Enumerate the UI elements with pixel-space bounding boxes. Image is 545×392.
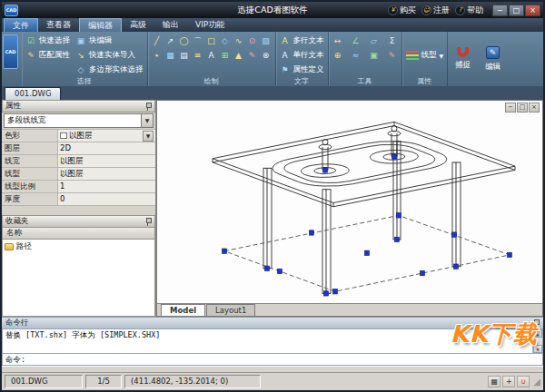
property-row-linetype: 线型 以图层	[2, 168, 155, 181]
measure-distance-icon[interactable]: ↔	[332, 36, 343, 45]
grid-toggle-icon[interactable]: ▦	[488, 376, 500, 387]
close-button[interactable]: ×	[525, 5, 540, 16]
region-tool-icon[interactable]: ▣	[369, 51, 380, 60]
command-history[interactable]: 替换 [TXT.shx] 字体为 [SIMPLEX.SHX] ▲ ▼	[2, 328, 543, 354]
command-input[interactable]: 命令:	[2, 354, 543, 366]
pin-icon[interactable]	[144, 103, 152, 111]
draw-grid-icon[interactable]: ⊞	[220, 51, 231, 60]
polygon-select-button[interactable]: ◇ 多边形实体选择	[75, 63, 144, 77]
tab-vip[interactable]: VIP功能	[187, 18, 233, 32]
favorites-item-path[interactable]: 路径	[5, 240, 153, 252]
value-dropdown-icon[interactable]: ▼	[143, 131, 154, 142]
draw-point-icon[interactable]: ∙	[152, 51, 163, 60]
draw-ellipse-icon[interactable]: ◇	[220, 36, 231, 45]
property-grid: 色彩 以图层 ▼ 图层 2D 线宽 以图层 线型 以图	[2, 129, 155, 206]
property-value[interactable]: 1	[58, 181, 155, 192]
draw-donut-icon[interactable]: ⊙	[247, 36, 258, 45]
property-value[interactable]: 以图层	[58, 168, 155, 180]
pin-icon[interactable]	[532, 319, 540, 328]
tab-advanced[interactable]: 高级	[122, 18, 154, 32]
favorites-panel-title: 收藏夹	[5, 216, 29, 227]
draw-table-icon[interactable]: ▤	[179, 51, 190, 60]
left-panel: 属性 多段线线宽 ▼ 色彩 以图层 ▼ 图层 2D	[2, 100, 156, 317]
draw-region-icon[interactable]: ▦	[165, 51, 176, 60]
canvas-minimize-icon[interactable]: −	[505, 103, 516, 113]
properties-panel-header: 属性	[2, 100, 155, 113]
property-value[interactable]: 以图层 ▼	[58, 130, 155, 142]
sum-tool-icon[interactable]: Σ	[387, 36, 398, 45]
property-label: 厚度	[2, 193, 58, 205]
draw-circle-icon[interactable]: ◯	[179, 36, 190, 45]
draw-polyline-icon[interactable]: ↗	[165, 36, 176, 45]
maximize-button[interactable]: □	[509, 5, 524, 16]
property-label: 线型	[2, 168, 58, 180]
tab-file[interactable]: 文件	[4, 18, 38, 32]
singleline-text-button[interactable]: A 单行文本	[280, 48, 324, 63]
match-properties-button[interactable]: ✎ 匹配属性	[25, 48, 70, 63]
snap-toggle-icon[interactable]: ∪	[517, 376, 530, 387]
command-scrollbar[interactable]: ▲ ▼	[532, 329, 542, 353]
draw-spline-icon[interactable]: ∿	[233, 36, 244, 45]
draw-multiline-icon[interactable]: ≡	[193, 51, 203, 60]
quick-entity-import-button[interactable]: ↘ 快速实体导入	[75, 48, 144, 63]
table-wireframe-drawing[interactable]	[157, 101, 542, 303]
canvas-close-icon[interactable]: ×	[529, 103, 540, 113]
edit-button[interactable]: ✎ 编辑	[478, 32, 508, 86]
property-value[interactable]: 以图层	[58, 155, 155, 167]
pin-icon[interactable]	[144, 218, 152, 226]
property-value[interactable]: 0	[58, 193, 155, 205]
drawing-canvas[interactable]: − □ ×	[156, 100, 543, 317]
polygon-select-icon: ◇	[75, 65, 86, 74]
draw-erase-icon[interactable]: ⊗	[261, 51, 272, 60]
tab-output[interactable]: 输出	[154, 18, 187, 32]
quick-entity-import-label: 快速实体导入	[89, 50, 135, 61]
layout1-tab[interactable]: Layout1	[206, 304, 255, 316]
measure-area-icon[interactable]: ▱	[369, 36, 380, 45]
cad-app-menu-icon[interactable]: CAD	[3, 34, 18, 69]
scroll-down-icon[interactable]: ▼	[533, 345, 542, 353]
ribbon-group-text: A 多行文本 A 单行文本 ⚑ 属性定义 文字	[276, 32, 329, 86]
minimize-button[interactable]: ─	[492, 5, 508, 16]
id-point-icon[interactable]: ⊕	[332, 51, 343, 60]
canvas-restore-icon[interactable]: □	[517, 103, 528, 113]
linetype-button[interactable]: 线型 ▼	[406, 48, 444, 63]
titlebar: CAD 迅捷CAD看图软件 ¥ 购买 ☺ 注册 ? 帮助 ─ □ ×	[2, 2, 543, 18]
snap-button[interactable]: 捕捉	[448, 32, 478, 86]
linetype-dropdown-icon[interactable]: ▼	[440, 53, 444, 59]
status-filename: 001.DWG	[5, 375, 83, 388]
draw-triangle-icon[interactable]: ▲	[233, 51, 244, 60]
draw-arc-icon[interactable]: ⌒	[193, 35, 203, 47]
object-type-selector[interactable]: 多段线线宽 ▼	[4, 113, 154, 128]
draw-text-icon[interactable]: A	[206, 51, 217, 60]
favorites-panel-header: 收藏夹	[2, 215, 155, 228]
block-edit-button[interactable]: ▣ 块编辑	[75, 34, 144, 48]
favorites-name-column-header[interactable]: 名称	[2, 228, 155, 240]
draw-sketch-icon[interactable]: ✎	[247, 51, 258, 60]
property-value[interactable]: 2D	[58, 142, 155, 154]
measure-angle-icon[interactable]: ∠	[351, 36, 362, 45]
command-panel-title: 命令行	[5, 318, 29, 328]
resize-grip-icon[interactable]: ◢	[533, 377, 540, 387]
property-row-ltscale: 线型比例 1	[2, 181, 155, 193]
draw-hatch-icon[interactable]: ▨	[261, 36, 272, 45]
document-tab[interactable]: 001.DWG	[5, 87, 61, 100]
multiline-text-button[interactable]: A 多行文本	[280, 34, 324, 48]
tab-editor[interactable]: 编辑器	[79, 18, 122, 32]
group-label-properties: 属性	[402, 77, 448, 86]
crosshair-toggle-icon[interactable]: +	[502, 376, 515, 387]
tab-viewer[interactable]: 查看器	[38, 18, 79, 32]
ribbon-group-draw: ╱ ↗ ◯ ⌒ □ ◇ ∿ ⊙ ▨ ∙ ▦ ▤ ≡ A ⊞ ▲	[148, 32, 276, 86]
quick-edit-icon[interactable]: ✎	[387, 51, 398, 60]
quick-select-button[interactable]: ☑ 快速选择	[25, 34, 70, 48]
draw-rectangle-icon[interactable]: □	[206, 36, 217, 45]
model-tab[interactable]: Model	[161, 304, 205, 316]
scroll-up-icon[interactable]: ▲	[533, 329, 542, 338]
buy-button[interactable]: ¥ 购买	[388, 5, 416, 16]
layout-tab-bar: Model Layout1	[157, 303, 542, 316]
draw-line-icon[interactable]: ╱	[152, 36, 163, 45]
wave-tool-icon[interactable]: ≈	[351, 51, 362, 60]
selector-dropdown-icon[interactable]: ▼	[141, 114, 153, 127]
attribute-define-button[interactable]: ⚑ 属性定义	[280, 63, 324, 77]
register-button[interactable]: ☺ 注册	[421, 5, 450, 16]
help-button[interactable]: ? 帮助	[455, 5, 483, 16]
